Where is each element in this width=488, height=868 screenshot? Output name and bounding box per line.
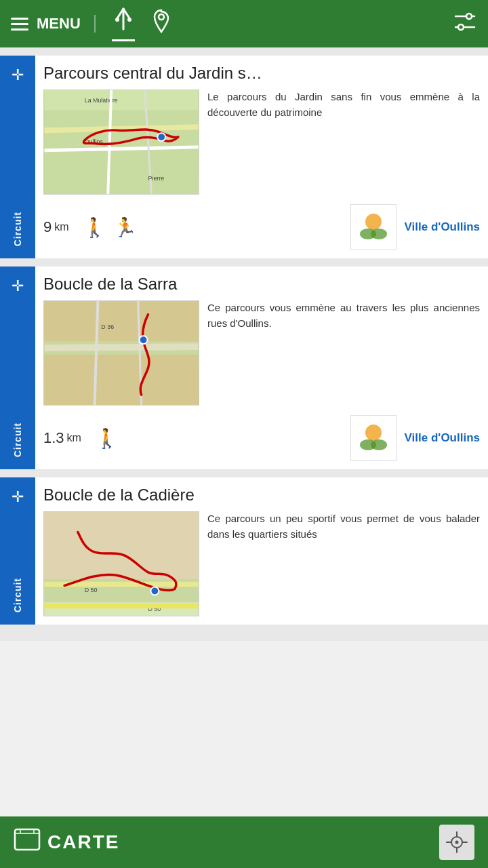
card-3-main: Boucle de la Cadière D 50 D 50 [35, 477, 488, 625]
trail-icon[interactable] [112, 6, 135, 41]
svg-text:La Mulatière: La Mulatière [85, 97, 118, 104]
card-1[interactable]: ✛ Circuit Parcours central du Jardin s… … [0, 56, 488, 258]
card-3-sidebar-icon: ✛ [12, 488, 24, 506]
card-2-main: Boucle de la Sarra D 36 Ce pa [35, 267, 488, 469]
svg-point-20 [365, 214, 382, 230]
card-1-org: Ville d'Oullins [405, 220, 480, 234]
bottom-bar: CARTE [0, 816, 488, 868]
svg-point-7 [466, 14, 472, 19]
card-3-sidebar-label: Circuit [12, 578, 23, 612]
svg-text:D 36: D 36 [101, 323, 114, 330]
card-2-activities: 🚶 [95, 427, 350, 450]
content: ✛ Circuit Parcours central du Jardin s… … [0, 47, 488, 641]
card-1-main: Parcours central du Jardin s… La Mulatiè… [35, 56, 488, 258]
card-1-body: La Mulatière Oullins Pierre Le parcours … [43, 90, 480, 195]
svg-line-25 [44, 347, 198, 348]
card-3-sidebar: ✛ Circuit [0, 477, 35, 625]
card-2-unit: km [67, 432, 81, 444]
svg-point-9 [458, 24, 464, 30]
card-2-sidebar-icon: ✛ [12, 277, 24, 295]
walk-icon: 🚶 [83, 216, 106, 239]
card-1-distance: 9 [43, 218, 52, 236]
settings-icon[interactable] [453, 9, 477, 39]
bottom-bar-label: CARTE [47, 831, 119, 853]
svg-point-32 [371, 439, 387, 450]
card-1-sidebar-icon: ✛ [12, 66, 24, 84]
svg-point-19 [157, 133, 165, 141]
svg-text:D 50: D 50 [85, 587, 98, 593]
card-3-map: D 50 D 50 [43, 511, 199, 616]
menu-button[interactable]: MENU [11, 15, 96, 33]
card-2-distance: 1.3 [43, 429, 64, 447]
card-1-description: Le parcours du Jardin sans fin vous emmè… [207, 90, 480, 195]
location-icon[interactable] [151, 9, 171, 39]
svg-point-3 [115, 18, 119, 22]
card-2-logo [350, 415, 396, 461]
map-icon [14, 828, 41, 856]
svg-point-43 [455, 841, 459, 844]
card-1-unit: km [54, 221, 68, 233]
card-2-map: D 36 [43, 300, 199, 406]
card-1-sidebar: ✛ Circuit [0, 56, 35, 258]
svg-point-29 [140, 336, 148, 344]
svg-text:Pierre: Pierre [148, 175, 164, 182]
card-1-sidebar-label: Circuit [12, 212, 23, 246]
card-2-title: Boucle de la Sarra [43, 275, 480, 294]
card-2-sidebar: ✛ Circuit [0, 267, 35, 469]
card-2[interactable]: ✛ Circuit Boucle de la Sarra D 36 [0, 267, 488, 469]
locate-button[interactable] [439, 825, 474, 860]
card-2-sidebar-label: Circuit [12, 422, 23, 457]
card-2-footer: 1.3 km 🚶 Ville d'Oullins [43, 415, 480, 461]
card-2-body: D 36 Ce parcours vous emmène au travers … [43, 300, 480, 406]
header-nav-icons [112, 6, 453, 41]
card-1-footer: 9 km 🚶 🏃 Ville d'Oullins [43, 204, 480, 250]
card-3-description: Ce parcours un peu sportif vous permet d… [207, 511, 480, 616]
run-icon: 🏃 [113, 216, 137, 239]
card-3-title: Boucle de la Cadière [43, 486, 480, 505]
svg-point-4 [127, 18, 131, 22]
card-1-map: La Mulatière Oullins Pierre [43, 90, 199, 195]
card-3[interactable]: ✛ Circuit Boucle de la Cadière D 50 D 50 [0, 477, 488, 625]
svg-point-5 [159, 14, 164, 20]
card-1-logo [350, 204, 396, 250]
svg-rect-41 [15, 829, 39, 850]
svg-point-40 [150, 587, 159, 595]
menu-label: MENU [37, 15, 81, 33]
card-1-activities: 🚶 🏃 [83, 216, 350, 239]
walk-icon-2: 🚶 [95, 427, 119, 450]
card-2-description: Ce parcours vous emmène au travers les p… [207, 300, 480, 406]
card-2-org: Ville d'Oullins [405, 431, 480, 445]
svg-point-22 [371, 229, 387, 239]
card-3-body: D 50 D 50 Ce parcours un peu sportif vou… [43, 511, 480, 616]
svg-point-30 [365, 425, 382, 441]
card-1-title: Parcours central du Jardin s… [43, 64, 480, 83]
header: MENU [0, 0, 488, 47]
svg-rect-11 [44, 90, 198, 111]
hamburger-icon [11, 18, 28, 31]
